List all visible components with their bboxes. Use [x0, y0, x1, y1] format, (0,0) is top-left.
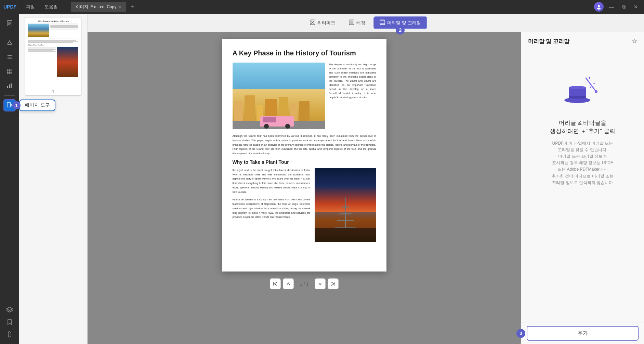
- thumbnail-page-1[interactable]: A Key Phase in the History of Tourism: [25, 17, 81, 96]
- magic-title: 머리글 & 바닥글을생성하려면 ＋"추가" 클릭: [550, 119, 616, 135]
- background-button[interactable]: 배경: [343, 17, 371, 28]
- window-controls: — ⧉ ✕: [594, 2, 641, 12]
- thumbnail-page-content: A Key Phase in the History of Tourism: [27, 19, 80, 87]
- svg-rect-16: [11, 83, 12, 88]
- prev-page-button[interactable]: [283, 278, 294, 289]
- pdf-subtitle: Why to Take a Plant Tour: [233, 159, 376, 165]
- tab-label: 이미지_Ext...ed_Copy: [76, 4, 116, 10]
- page-tool-wrapper: 1 페이지 도구: [3, 99, 16, 111]
- svg-point-39: [569, 86, 586, 89]
- svg-text:✦: ✦: [593, 82, 595, 85]
- add-button[interactable]: 추가: [527, 326, 639, 341]
- svg-text:✦: ✦: [589, 86, 592, 89]
- minimize-button[interactable]: —: [606, 3, 617, 10]
- svg-text:✦: ✦: [588, 75, 592, 81]
- tab-close-icon[interactable]: ✕: [118, 5, 121, 9]
- next-page-button[interactable]: [315, 278, 326, 289]
- svg-rect-14: [7, 86, 8, 88]
- sidebar-left: 1 페이지 도구: [0, 14, 19, 344]
- sidebar-icon-table[interactable]: [3, 65, 16, 78]
- sidebar-divider-2: [4, 95, 15, 96]
- badge-2: 2: [396, 26, 405, 35]
- pdf-paragraph-plant-2: Palace on Wheels is a luxury train that …: [233, 198, 311, 220]
- svg-rect-15: [9, 84, 10, 88]
- pdf-image-cuba: [233, 63, 325, 129]
- pdf-paragraph-plant-1: the royal land is the most sought after …: [233, 168, 311, 195]
- menu-help[interactable]: 도움말: [41, 2, 61, 11]
- pdf-text-right: The degree of continuity and big change …: [329, 63, 376, 129]
- svg-rect-17: [7, 103, 11, 107]
- svg-rect-37: [569, 88, 586, 101]
- sidebar-divider-1: [4, 33, 15, 33]
- svg-point-0: [598, 5, 600, 7]
- sidebar-icon-layers[interactable]: [3, 304, 16, 316]
- total-pages: 1: [306, 281, 308, 287]
- app-logo: UPDF: [3, 4, 16, 10]
- watermark-label: 워터마크: [317, 20, 335, 26]
- first-page-button[interactable]: [270, 278, 281, 289]
- pdf-section-1: The degree of continuity and big change …: [233, 63, 376, 129]
- svg-rect-28: [380, 23, 385, 25]
- sidebar-divider-3: [4, 115, 15, 115]
- right-panel: 머리말 및 꼬리말 ☆ ✦ ✦ ✦: [521, 32, 644, 344]
- pdf-title: A Key Phase in the History of Tourism: [233, 49, 376, 57]
- sidebar-icon-edit-doc[interactable]: [3, 17, 16, 29]
- page-tool-tooltip: 1 페이지 도구: [19, 100, 55, 111]
- svg-rect-25: [350, 21, 353, 24]
- sidebar-icon-list[interactable]: [3, 51, 16, 63]
- pdf-page: A Key Phase in the History of Tourism: [222, 39, 386, 272]
- right-bottom: 3 추가: [521, 322, 644, 344]
- page-tool-label: 페이지 도구: [25, 102, 50, 108]
- close-button[interactable]: ✕: [631, 3, 641, 10]
- content-area: A Key Phase in the History of Tourism: [88, 32, 644, 344]
- magic-description: UPDF이 이 파일에서 머리말 또는 꼬리말을 찾을 수 없습니다. 머리말 …: [552, 140, 614, 186]
- last-page-button[interactable]: [328, 278, 339, 289]
- pdf-text-section-2: the royal land is the most sought after …: [233, 168, 311, 242]
- right-panel-header: 머리말 및 꼬리말 ☆: [521, 32, 644, 51]
- right-panel-content: ✦ ✦ ✦: [521, 51, 644, 322]
- pdf-image-eiffel: [315, 168, 376, 242]
- sidebar-icon-highlight[interactable]: [3, 37, 16, 49]
- page-info: 1 / 1: [296, 280, 313, 288]
- tab-bar: 이미지_Ext...ed_Copy ✕ +: [71, 2, 591, 12]
- svg-rect-38: [569, 96, 586, 98]
- toolbar-container: 워터마크 배경 머리말 및 꼬리말 2: [88, 14, 644, 32]
- background-icon: [349, 19, 354, 26]
- tab-add-button[interactable]: +: [128, 3, 136, 11]
- sidebar-icon-clip[interactable]: [3, 328, 16, 341]
- badge-3: 3: [516, 329, 525, 338]
- svg-point-1: [597, 8, 601, 10]
- svg-rect-27: [380, 20, 385, 21]
- background-label: 배경: [356, 20, 365, 26]
- header-footer-button[interactable]: 머리말 및 꼬리말 2: [373, 16, 427, 29]
- sidebar-icon-bookmark[interactable]: [3, 316, 16, 328]
- thumbnail-panel: A Key Phase in the History of Tourism: [19, 14, 88, 344]
- svg-marker-20: [6, 307, 13, 310]
- bottom-navigation: 1 / 1: [222, 275, 386, 293]
- watermark-icon: [310, 19, 315, 26]
- current-page: 1: [300, 281, 302, 287]
- right-panel-title: 머리말 및 꼬리말: [528, 38, 569, 45]
- header-footer-label: 머리말 및 꼬리말: [387, 20, 421, 26]
- sidebar-bottom: [3, 304, 16, 341]
- restore-button[interactable]: ⧉: [619, 3, 628, 11]
- magic-hat-container: ✦ ✦ ✦: [550, 71, 616, 186]
- menu-file[interactable]: 파일: [23, 2, 38, 11]
- titlebar: UPDF 파일 도움말 이미지_Ext...ed_Copy ✕ + — ⧉ ✕: [0, 0, 644, 14]
- page-separator: /: [304, 281, 306, 287]
- active-tab[interactable]: 이미지_Ext...ed_Copy ✕: [71, 2, 126, 12]
- star-icon[interactable]: ☆: [632, 38, 637, 45]
- pdf-viewer: A Key Phase in the History of Tourism: [88, 32, 521, 344]
- svg-point-35: [595, 90, 597, 93]
- pdf-paragraph-1: Although the Grand Tour has been examine…: [233, 134, 376, 156]
- thumbnail-number: 1: [27, 89, 80, 94]
- pdf-section-2: the royal land is the most sought after …: [233, 168, 376, 242]
- header-footer-icon: [380, 19, 385, 26]
- main-container: 1 페이지 도구 A Key Phase in the History of T…: [0, 14, 644, 344]
- magic-hat-svg: ✦ ✦ ✦: [562, 71, 603, 112]
- center-area: 워터마크 배경 머리말 및 꼬리말 2 A Key Phase in the H…: [88, 14, 644, 344]
- user-avatar: [594, 2, 604, 12]
- badge-1: 1: [12, 101, 21, 109]
- sidebar-icon-chart[interactable]: [3, 80, 16, 92]
- watermark-button[interactable]: 워터마크: [304, 17, 341, 28]
